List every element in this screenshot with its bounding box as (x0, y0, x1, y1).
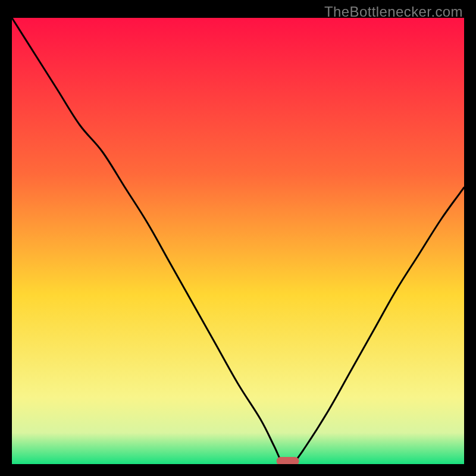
chart-plot-area (12, 18, 464, 464)
chart-background (12, 18, 464, 464)
outer-frame: TheBottlenecker.com (0, 0, 476, 476)
bottleneck-chart (12, 18, 464, 464)
optimum-marker (277, 457, 299, 464)
